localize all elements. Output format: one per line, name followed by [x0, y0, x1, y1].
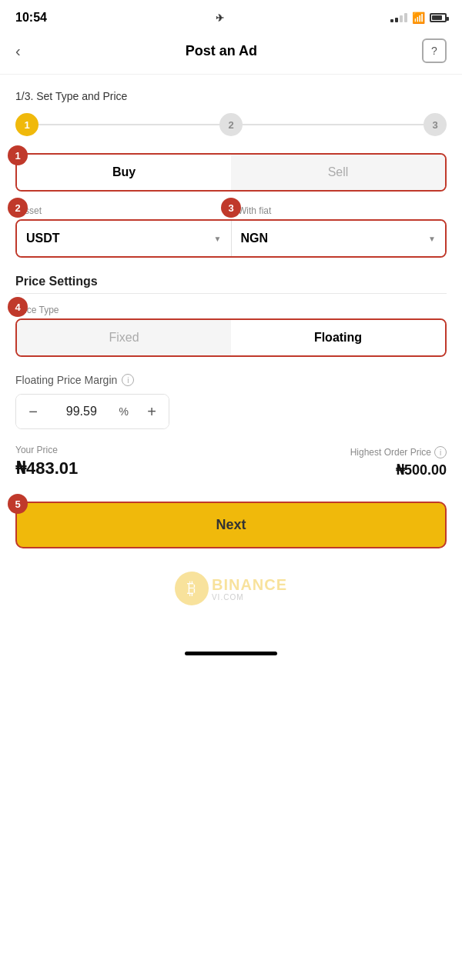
price-settings-title: Price Settings [15, 275, 447, 288]
progress-bar: 1 2 3 [15, 113, 447, 136]
status-icons: 📶 [390, 12, 447, 24]
floating-button[interactable]: Floating [231, 320, 445, 355]
buy-button[interactable]: Buy [17, 155, 231, 190]
logo-coin-icon: ₿ [175, 572, 209, 605]
logo-section: ₿ BINANCE VI.COM [15, 572, 447, 605]
your-price-col: Your Price ₦483.01 [15, 445, 78, 478]
your-price-value: ₦483.01 [15, 458, 78, 478]
fiat-dropdown[interactable]: NGN ▼ [232, 221, 446, 256]
step-dots: 1 2 3 [15, 113, 447, 136]
logo-text: BINANCE VI.COM [212, 576, 287, 602]
step-2-dot: 2 [219, 113, 243, 136]
asset-dropdown[interactable]: USDT ▼ [17, 221, 232, 256]
buy-sell-section: 1 Buy Sell [15, 153, 447, 192]
logo-brand: BINANCE [212, 576, 287, 593]
step-label: 1/3. Set Type and Price [15, 90, 447, 102]
margin-control-wrapper: − 99.59 % + [15, 394, 447, 429]
price-row: Your Price ₦483.01 Highest Order Price i… [15, 445, 447, 478]
margin-label: Floating Price Margin i [15, 374, 447, 386]
margin-increment-button[interactable]: + [135, 395, 169, 428]
page-title: Post an Ad [21, 43, 422, 59]
dropdowns-box: USDT ▼ NGN ▼ [15, 219, 447, 258]
price-type-section: 4 Price Type Fixed Floating [15, 305, 447, 357]
asset-arrow-icon: ▼ [214, 235, 222, 243]
your-price-label: Your Price [15, 445, 78, 455]
highest-order-label: Highest Order Price i [350, 446, 447, 458]
annotation-badge-1: 1 [8, 145, 28, 165]
wifi-icon: 📶 [412, 12, 425, 24]
annotation-badge-5: 5 [8, 494, 28, 514]
back-button[interactable]: ‹ [15, 42, 21, 60]
fixed-button[interactable]: Fixed [17, 320, 231, 355]
margin-control: − 99.59 % + [15, 394, 169, 429]
highest-order-info-icon: i [434, 446, 447, 458]
next-section: 5 Next [15, 502, 447, 548]
divider [15, 293, 447, 294]
annotation-badge-3: 3 [221, 198, 241, 218]
margin-decrement-button[interactable]: − [16, 395, 50, 428]
sell-button[interactable]: Sell [231, 155, 445, 190]
main-content: 1/3. Set Type and Price 1 2 3 1 Buy Sell… [0, 75, 462, 644]
margin-section: Floating Price Margin i − 99.59 % + [15, 374, 447, 429]
fiat-label: With fiat [235, 205, 447, 216]
step-3-dot: 3 [424, 113, 447, 136]
signal-icon [390, 13, 407, 22]
header: ‹ Post an Ad ? [0, 31, 462, 75]
price-type-toggle: Fixed Floating [15, 318, 447, 357]
home-indicator [185, 652, 277, 655]
next-button[interactable]: Next [15, 502, 447, 548]
status-bar: 10:54 ✈ 📶 [0, 0, 462, 31]
logo-sub: VI.COM [212, 593, 287, 602]
annotation-badge-2: 2 [8, 198, 28, 218]
margin-value: 99.59 [50, 405, 113, 418]
fiat-arrow-icon: ▼ [428, 235, 436, 243]
battery-icon [430, 13, 447, 22]
asset-fiat-section: 2 3 Asset With fiat USDT ▼ NGN ▼ [15, 205, 447, 258]
buy-sell-toggle: Buy Sell [15, 153, 447, 192]
fiat-value: NGN [241, 232, 269, 245]
highest-order-col: Highest Order Price i ₦500.00 [350, 446, 447, 478]
info-icon: i [122, 374, 134, 386]
annotation-badge-4: 4 [8, 297, 28, 317]
location-arrow-icon: ✈ [216, 12, 224, 24]
help-button[interactable]: ? [422, 38, 447, 63]
asset-value: USDT [26, 232, 60, 245]
status-time: 10:54 [15, 11, 47, 25]
asset-label: Asset [15, 205, 227, 216]
highest-order-value: ₦500.00 [396, 462, 447, 478]
margin-unit: % [113, 405, 135, 418]
price-type-label: Price Type [15, 305, 447, 315]
step-1-dot: 1 [15, 113, 38, 136]
